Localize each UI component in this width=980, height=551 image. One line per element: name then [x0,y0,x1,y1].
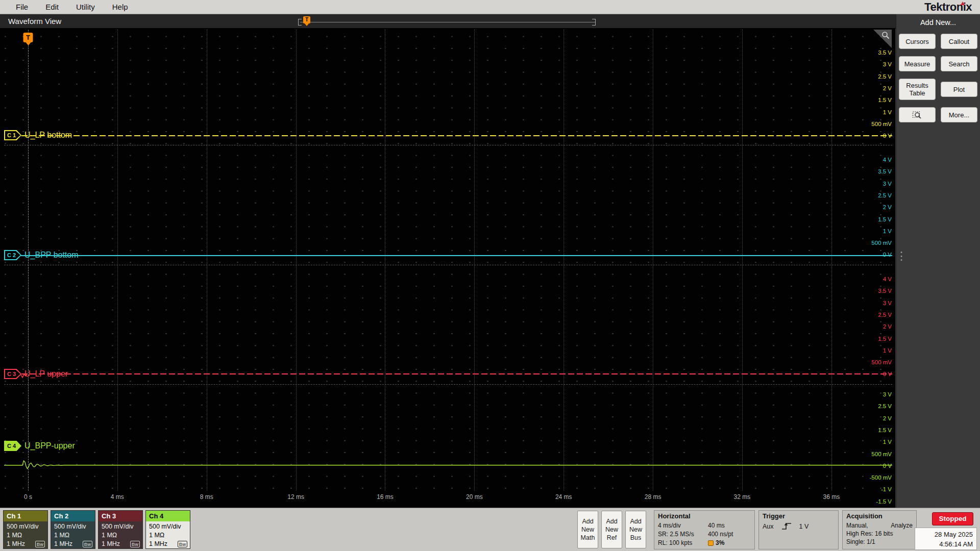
scale-label-ch1: 2 V [883,85,892,91]
time-axis-label: 8 ms [200,493,213,500]
bw-limit-icon: Bw [130,541,140,547]
channel-tiles: Ch 1500 mV/div1 MΩ1 MHzBwCh 2500 mV/div1… [3,510,190,549]
channel-tile-ch1[interactable]: Ch 1500 mV/div1 MΩ1 MHzBw [3,510,48,549]
time-axis-label: 20 ms [466,493,483,500]
time-label: 4:56:14 AM [915,539,973,549]
vertical-scale-value: 500 mV/div [102,522,140,531]
acquisition-title: Acquisition [846,512,913,520]
waveform-view-title: Waveform View [8,17,61,26]
menu-utility[interactable]: Utility [67,3,104,11]
acquisition-mode: Manual, [846,521,868,530]
scale-label-ch4: 3 V [883,391,892,397]
waveform-plot: T 0 s4 ms8 ms12 ms16 ms20 ms24 ms28 ms32… [0,29,896,508]
time-axis-label: 32 ms [734,493,751,500]
horizontal-window: 40 ms [708,521,751,530]
magnifier-icon [881,31,890,40]
scale-label-ch2: 1.5 V [878,216,892,222]
right-sidebar: Add New... CursorsCalloutMeasureSearchRe… [896,14,980,508]
bandwidth-value: 1 MHz [54,540,72,548]
channel-tile-ch3[interactable]: Ch 3500 mV/div1 MΩ1 MHzBw [98,510,143,549]
scale-label-ch2: 2.5 V [878,192,892,198]
menu-bar: FileEditUtilityHelp Tektronix [0,0,980,14]
grid-line [385,30,385,491]
channel-tile-title: Ch 4 [146,511,190,521]
trigger-panel[interactable]: Trigger Aux 1 V [758,510,839,549]
vertical-scale-value: 500 mV/div [149,522,187,531]
add-new-math-tile[interactable]: AddNewMath [577,511,598,548]
scale-label-ch3: 2 V [883,323,892,330]
scale-label-ch3: 500 mV [871,359,892,365]
trigger-position-flag[interactable]: T [303,16,310,23]
menu-file[interactable]: File [7,3,37,11]
timeline-right-bracket [592,19,596,26]
scale-label-ch4: 1.5 V [878,427,892,433]
bandwidth-row: 1 MHzBw [54,540,92,548]
scale-label-ch3: 4 V [883,276,892,282]
grid-line [564,30,564,491]
add-new-title: Add New... [896,18,980,27]
impedance-value: 1 MΩ [102,531,140,540]
grid-line [207,30,207,491]
add-new-plot-button[interactable]: Plot [941,82,977,97]
splitter-handle[interactable]: ⋮ [896,253,907,259]
add-new-results-table-button[interactable]: Results Table [899,79,936,100]
acquisition-single: Single: 1/1 [846,538,913,546]
add-new-measure-button[interactable]: Measure [899,56,936,71]
horizontal-panel[interactable]: Horizontal 4 ms/div 40 ms SR: 2.5 MS/s 4… [654,510,755,549]
add-new-ref-tile[interactable]: AddNewRef [601,511,622,548]
scale-label-ch4: -500 mV [870,474,892,481]
scale-label-ch4: 2.5 V [878,403,892,409]
add-new-more-button[interactable]: More... [941,107,977,122]
scale-label-ch4: 2 V [883,415,892,421]
zoom-tool-button[interactable] [899,107,936,122]
scale-label-ch3: 3.5 V [878,288,892,294]
scale-label-ch4: -1.5 V [876,498,892,505]
scale-label-ch3: 0 V [883,371,892,377]
channel-badge-label: C 1 [5,131,20,139]
scale-label-ch4: 0 V [883,463,892,469]
grid-line [831,30,832,491]
add-new-tiles: AddNewMathAddNewRefAddNewBus [577,511,646,548]
channel-tile-ch2[interactable]: Ch 2500 mV/div1 MΩ1 MHzBw [51,510,95,549]
acquisition-timeline-track[interactable] [300,22,595,22]
grid-line [742,30,743,491]
bandwidth-value: 1 MHz [102,540,120,548]
channel-tile-title: Ch 2 [51,511,95,521]
vertical-scale-value: 500 mV/div [54,522,92,531]
channel-badge-label: C 2 [5,251,20,259]
menu-help[interactable]: Help [104,3,137,11]
settings-bar: Ch 1500 mV/div1 MΩ1 MHzBwCh 2500 mV/div1… [0,508,980,551]
tektronix-logo: Tektronix [924,1,972,14]
acquisition-panel[interactable]: Acquisition Manual, Analyze High Res: 16… [842,510,917,549]
datetime: 28 May 2025 4:56:14 AM [915,528,977,550]
acquisition-resolution: High Res: 16 bits [846,530,913,538]
scale-label-ch3: 1.5 V [878,336,892,342]
rising-edge-icon [781,522,792,531]
zoom-overlay-button[interactable] [871,30,892,49]
scale-label-ch3: 3 V [883,300,892,306]
bandwidth-row: 1 MHzBw [102,540,140,548]
channel-tile-title: Ch 1 [4,511,47,521]
run-stop-button[interactable]: Stopped [932,512,973,525]
scale-label-ch1: 500 mV [871,121,892,127]
grid-line [296,30,297,491]
trigger-title: Trigger [763,512,835,520]
time-axis-label: 4 ms [111,493,124,500]
add-new-cursors-button[interactable]: Cursors [899,34,936,49]
time-axis-label: 0 s [24,493,32,500]
channel-tile-ch4[interactable]: Ch 4500 mV/div1 MΩ1 MHzBw [145,510,190,549]
add-new-button-grid: CursorsCalloutMeasureSearchResults Table… [896,34,980,122]
add-new-callout-button[interactable]: Callout [941,34,977,49]
bandwidth-row: 1 MHzBw [149,540,187,548]
menu-edit[interactable]: Edit [37,3,67,11]
scale-label-ch1: 1.5 V [878,97,892,103]
add-new-search-button[interactable]: Search [941,56,977,71]
trigger-marker[interactable]: T [23,33,33,42]
time-axis-label: 36 ms [823,493,840,500]
scale-label-ch2: 3 V [883,181,892,187]
add-new-bus-tile[interactable]: AddNewBus [625,511,646,548]
horizontal-percent: 3% [708,539,751,547]
scale-label-ch2: 500 mV [871,240,892,246]
channel-badge-label: C 3 [5,370,20,378]
zoom-icon [912,110,922,119]
